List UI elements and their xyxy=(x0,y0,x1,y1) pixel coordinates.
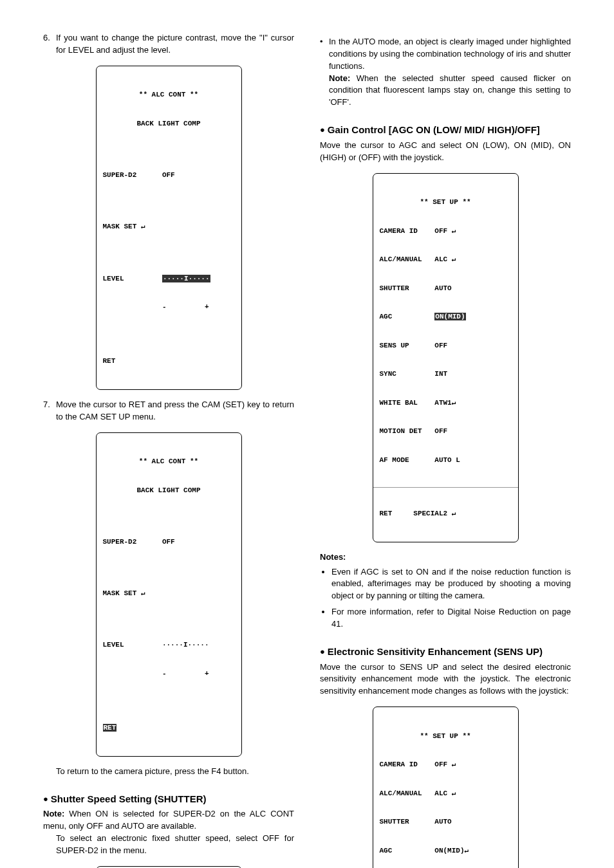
sens-text: Move the cursor to SENS UP and select th… xyxy=(320,661,571,698)
menu-setup-sensup: ** SET UP ** CAMERA ID OFF ↵ ALC/MANUAL … xyxy=(373,706,519,868)
menu-row: WHITE BAL ATW1↵ xyxy=(380,398,512,408)
menu-row: ALC/MANUAL ALC ↵ xyxy=(380,789,512,799)
menu-setup-shutter: ** SET UP ** CAMERA ID OFF ↵ ALC/MANUAL … xyxy=(96,866,242,868)
menu-row: SENS UP OFF xyxy=(380,341,512,351)
note-item: For more information, refer to Digital N… xyxy=(331,606,571,631)
menu-row: SHUTTER AUTO xyxy=(380,817,512,827)
note-label: Note: xyxy=(43,809,69,818)
menu-row: AGC ON(MID) xyxy=(380,312,512,322)
step-6: 6. If you want to change the picture con… xyxy=(43,32,294,57)
menu-row: SHUTTER AUTO xyxy=(380,284,512,293)
step-7: 7. Move the cursor to RET and press the … xyxy=(43,399,294,423)
left-column: 6. If you want to change the picture con… xyxy=(43,32,294,868)
notes-heading: Notes: xyxy=(320,551,571,564)
step-number: 7. xyxy=(43,399,56,423)
return-text: To return to the camera picture, press t… xyxy=(56,766,294,778)
step-text: If you want to change the picture contra… xyxy=(56,32,294,57)
gain-text: Move the cursor to AGC and select ON (LO… xyxy=(320,140,571,164)
shutter-note: Note: When ON is selected for SUPER-D2 o… xyxy=(43,808,294,833)
step-number: 6. xyxy=(43,32,56,57)
menu-row: CAMERA ID OFF ↵ xyxy=(380,760,512,770)
menu-row: CAMERA ID OFF ↵ xyxy=(380,226,512,236)
menu-row: MOTION DET OFF xyxy=(380,427,512,436)
right-column: • In the AUTO mode, an object is clearly… xyxy=(320,32,571,868)
notes-list: Even if AGC is set to ON and if the nois… xyxy=(320,566,571,631)
menu-setup-agc: ** SET UP ** CAMERA ID OFF ↵ ALC/MANUAL … xyxy=(373,173,519,542)
heading-shutter: Shutter Speed Setting (SHUTTER) xyxy=(43,792,294,806)
heading-gain: Gain Control [AGC ON (LOW/ MID/ HIGH)/OF… xyxy=(320,123,571,137)
step-text: Move the cursor to RET and press the CAM… xyxy=(56,399,294,423)
heading-sens-up: Electronic Sensitivity Enhancement (SENS… xyxy=(320,645,571,659)
menu-row: SYNC INT xyxy=(380,369,512,379)
note-item: Even if AGC is set to ON and if the nois… xyxy=(331,566,571,603)
menu-row: ALC/MANUAL ALC ↵ xyxy=(380,255,512,264)
menu-row: AF MODE AUTO L xyxy=(380,456,512,465)
menu-alc-cont-1: ** ALC CONT ** BACK LIGHT COMP SUPER-D2 … xyxy=(96,66,242,390)
note-label: Note: xyxy=(329,73,357,83)
menu-alc-cont-2: ** ALC CONT ** BACK LIGHT COMP SUPER-D2 … xyxy=(96,432,242,757)
menu-row: AGC ON(MID)↵ xyxy=(380,846,512,856)
shutter-note-2: To select an electronic fixed shutter sp… xyxy=(56,833,294,857)
auto-mode-bullet: • In the AUTO mode, an object is clearly… xyxy=(320,36,571,109)
